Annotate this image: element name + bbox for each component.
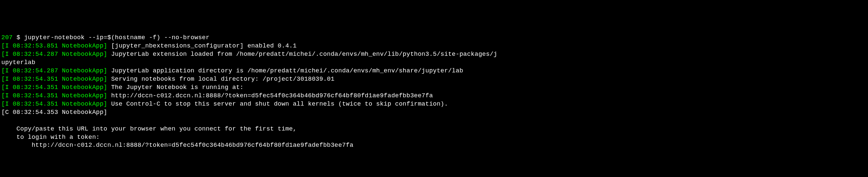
instruction-line: to login with a token: [1, 134, 867, 142]
prompt-line: 207 $ jupyter-notebook --ip=$(hostname -… [1, 34, 867, 42]
log-message: http://dccn-c012.dccn.nl:8888/?token=d5f… [107, 92, 433, 99]
command-text: jupyter-notebook --ip=$(hostname -f) --n… [24, 34, 210, 41]
log-prefix: [C 08:32:54.353 NotebookApp] [1, 109, 107, 116]
log-message: Copy/paste this URL into your browser wh… [1, 125, 297, 132]
log-prefix: [I 08:32:54.351 NotebookApp] [1, 76, 107, 83]
log-message: [jupyter_nbextensions_configurator] enab… [107, 42, 297, 50]
log-message: Serving notebooks from local directory: … [107, 76, 334, 83]
log-message: JupyterLab application directory is /hom… [107, 67, 463, 75]
log-prefix: [I 08:32:54.351 NotebookApp] [1, 92, 107, 99]
log-prefix: [I 08:32:54.287 NotebookApp] [1, 51, 107, 58]
log-line: [I 08:32:54.351 NotebookApp] Use Control… [1, 100, 867, 109]
log-line: [I 08:32:54.287 NotebookApp] JupyterLab … [1, 67, 867, 76]
log-line: [I 08:32:54.351 NotebookApp] The Jupyter… [1, 84, 867, 92]
log-prefix: [I 08:32:54.351 NotebookApp] [1, 84, 107, 91]
log-line-critical: [C 08:32:54.353 NotebookApp] [1, 109, 867, 117]
url-line: http://dccn-c012.dccn.nl:8888/?token=d5f… [1, 142, 867, 150]
log-message: http://dccn-c012.dccn.nl:8888/?token=d5f… [1, 142, 353, 149]
prompt-symbol: $ [17, 34, 20, 41]
log-message: The Jupyter Notebook is running at: [107, 84, 243, 91]
log-line: [I 08:32:54.351 NotebookApp] http://dccn… [1, 92, 867, 100]
instruction-line: Copy/paste this URL into your browser wh… [1, 125, 867, 134]
log-message: to login with a token: [1, 134, 100, 141]
log-prefix: [I 08:32:54.287 NotebookApp] [1, 67, 107, 75]
log-line: [I 08:32:54.351 NotebookApp] Serving not… [1, 76, 867, 84]
prompt-number: 207 [1, 34, 12, 41]
log-message: upyterlab [1, 59, 35, 66]
log-line: [I 08:32:54.287 NotebookApp] JupyterLab … [1, 51, 867, 59]
log-prefix: [I 08:32:53.851 NotebookApp] [1, 42, 107, 50]
log-message: JupyterLab extension loaded from /home/p… [107, 51, 497, 58]
log-line: [I 08:32:53.851 NotebookApp] [jupyter_nb… [1, 42, 867, 51]
log-message: Use Control-C to stop this server and sh… [107, 100, 448, 108]
log-prefix: [I 08:32:54.351 NotebookApp] [1, 100, 107, 108]
blank-line [1, 117, 867, 125]
terminal-output[interactable]: 207 $ jupyter-notebook --ip=$(hostname -… [1, 34, 867, 150]
log-line-wrap: upyterlab [1, 59, 867, 67]
